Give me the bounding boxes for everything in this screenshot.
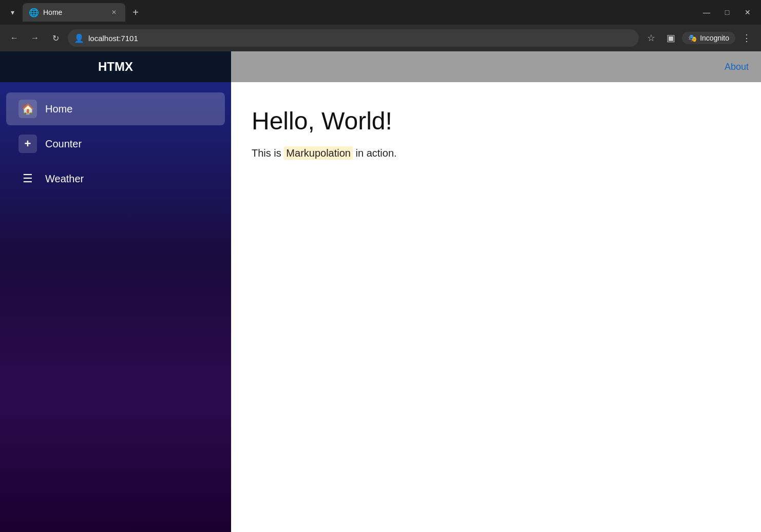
app-container: HTMX About 🏠 Home + Counter ☰ Weather He…: [0, 51, 761, 532]
address-security-icon: 👤: [74, 33, 84, 43]
sidebar-item-home-label: Home: [45, 103, 72, 115]
page-title: Hello, World!: [252, 107, 740, 135]
window-controls: — □ ✕: [697, 4, 757, 21]
brand-name: HTMX: [98, 60, 133, 74]
sidebar: 🏠 Home + Counter ☰ Weather: [0, 82, 231, 532]
app-body: 🏠 Home + Counter ☰ Weather Hello, World!…: [0, 82, 761, 532]
address-field[interactable]: 👤 localhost:7101: [68, 29, 639, 47]
extensions-button[interactable]: ▣: [662, 30, 679, 46]
tab-globe-icon: 🌐: [29, 8, 39, 17]
incognito-icon: 🎭: [688, 34, 697, 42]
sidebar-item-counter[interactable]: + Counter: [6, 127, 225, 160]
incognito-button[interactable]: 🎭 Incognito: [682, 32, 735, 44]
address-bar: ← → ↻ 👤 localhost:7101 ☆ ▣ 🎭 Incognito ⋮: [0, 25, 761, 51]
new-tab-button[interactable]: +: [127, 4, 144, 21]
reload-button[interactable]: ↻: [47, 30, 64, 46]
sidebar-item-home[interactable]: 🏠 Home: [6, 92, 225, 125]
counter-icon: +: [18, 135, 37, 153]
app-header-nav: About: [231, 51, 761, 82]
app-header: HTMX About: [0, 51, 761, 82]
description-highlight: Markupolation: [284, 146, 353, 160]
app-header-brand: HTMX: [0, 51, 231, 82]
address-text: localhost:7101: [88, 34, 633, 43]
sidebar-item-weather[interactable]: ☰ Weather: [6, 162, 225, 195]
description-before: This is: [252, 147, 284, 159]
main-content: Hello, World! This is Markupolation in a…: [231, 82, 761, 532]
tab-bar: ▾ 🌐 Home ✕ + — □ ✕: [0, 0, 761, 25]
maximize-button[interactable]: □: [718, 4, 736, 21]
weather-icon: ☰: [18, 169, 37, 188]
toolbar-actions: ☆ ▣ 🎭 Incognito ⋮: [643, 30, 755, 46]
tab-title: Home: [43, 8, 105, 16]
back-button[interactable]: ←: [6, 30, 23, 46]
about-link[interactable]: About: [725, 62, 749, 72]
minimize-button[interactable]: —: [697, 4, 716, 21]
browser-chrome: ▾ 🌐 Home ✕ + — □ ✕ ← → ↻ 👤 localhost:710…: [0, 0, 761, 51]
close-button[interactable]: ✕: [738, 4, 757, 21]
browser-tab-home[interactable]: 🌐 Home ✕: [23, 3, 125, 22]
page-description: This is Markupolation in action.: [252, 147, 740, 159]
bookmark-button[interactable]: ☆: [643, 30, 659, 46]
home-icon: 🏠: [18, 100, 37, 118]
tab-close-button[interactable]: ✕: [109, 7, 119, 17]
incognito-label: Incognito: [700, 34, 729, 42]
description-after: in action.: [353, 147, 397, 159]
forward-button[interactable]: →: [27, 30, 43, 46]
tab-dropdown-button[interactable]: ▾: [4, 4, 21, 21]
more-options-button[interactable]: ⋮: [738, 30, 755, 46]
sidebar-item-weather-label: Weather: [45, 173, 84, 185]
sidebar-item-counter-label: Counter: [45, 138, 82, 150]
